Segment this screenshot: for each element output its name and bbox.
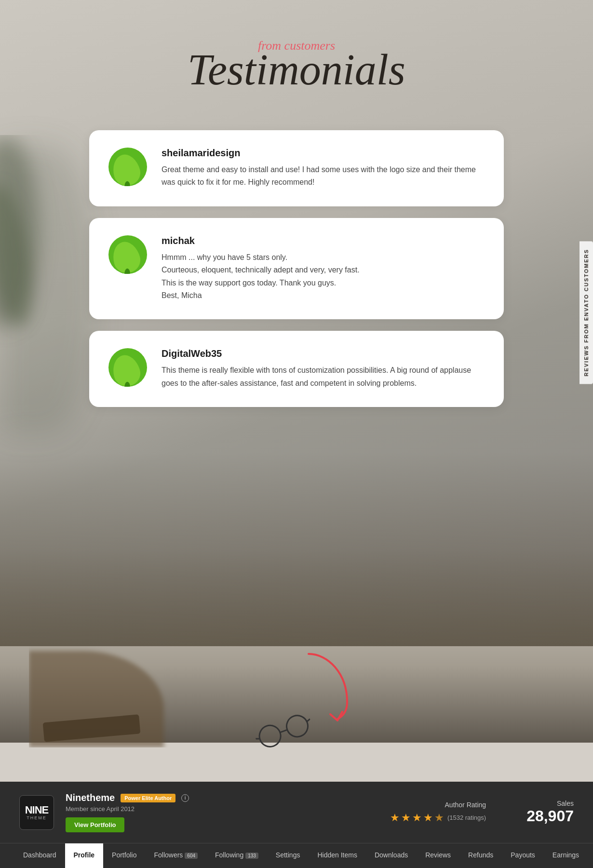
sales-count: 28,907 (526, 807, 574, 825)
star-1: ★ (390, 812, 400, 824)
author-logo: NINE THEME (19, 795, 54, 830)
review-text: This theme is really flexible with tons … (162, 364, 485, 390)
tab-earnings[interactable]: Earnings (544, 843, 588, 868)
view-portfolio-button[interactable]: View Portfolio (66, 817, 124, 832)
reviews-container: sheilamaridesign Great theme and easy to… (89, 121, 504, 446)
avatar (108, 148, 147, 186)
avatar (108, 348, 147, 387)
ratings-count: (1532 ratings) (447, 814, 486, 821)
tab-statements[interactable]: Statements (588, 843, 593, 868)
review-content: DigitalWeb35 This theme is really flexib… (162, 348, 485, 390)
star-4: ★ (423, 812, 433, 824)
avatar (108, 235, 147, 274)
sales-label: Sales (557, 800, 574, 807)
footer-bar: NINE THEME Ninetheme Power Elite Author … (0, 782, 593, 868)
info-icon[interactable]: i (181, 794, 189, 802)
logo-theme-text: THEME (27, 815, 47, 820)
sales-section: Sales 28,907 (526, 800, 574, 825)
tab-following[interactable]: Following133 (206, 843, 267, 868)
tab-payouts[interactable]: Payouts (502, 843, 544, 868)
review-content: sheilamaridesign Great theme and easy to… (162, 148, 485, 189)
tab-settings[interactable]: Settings (267, 843, 309, 868)
nav-tabs: Dashboard Profile Portfolio Followers604… (0, 843, 593, 868)
review-card: michak Hmmm ... why you have 5 stars onl… (89, 218, 504, 320)
author-details: Ninetheme Power Elite Author i Member si… (66, 792, 378, 832)
reviewer-name: michak (162, 235, 485, 246)
star-3: ★ (412, 812, 422, 824)
rating-label: Author Rating (445, 801, 486, 809)
author-name-row: Ninetheme Power Elite Author i (66, 792, 378, 803)
member-since: Member since April 2012 (66, 805, 378, 813)
author-name: Ninetheme (66, 792, 115, 803)
testimonials-header: from customers Testimonials (188, 0, 405, 92)
stars-row: ★ ★ ★ ★ ★ (1532 ratings) (390, 812, 486, 824)
tab-dashboard[interactable]: Dashboard (14, 843, 65, 868)
review-text: Great theme and easy to install and use!… (162, 163, 485, 189)
reviewer-name: sheilamaridesign (162, 148, 485, 159)
svg-line-4 (306, 719, 310, 722)
main-title: Testimonials (188, 48, 405, 92)
tab-hidden-items[interactable]: Hidden Items (309, 843, 365, 868)
review-text: Hmmm ... why you have 5 stars only. Cour… (162, 251, 485, 302)
tab-profile[interactable]: Profile (65, 843, 104, 868)
tab-downloads[interactable]: Downloads (366, 843, 417, 868)
review-content: michak Hmmm ... why you have 5 stars onl… (162, 235, 485, 302)
tab-followers[interactable]: Followers604 (145, 843, 206, 868)
tab-refunds[interactable]: Refunds (459, 843, 502, 868)
elite-badge: Power Elite Author (121, 794, 175, 802)
svg-point-0 (256, 722, 283, 749)
svg-point-1 (283, 713, 310, 740)
logo-nine-text: NINE (25, 805, 49, 815)
tab-portfolio[interactable]: Portfolio (103, 843, 145, 868)
reviewer-name: DigitalWeb35 (162, 348, 485, 359)
star-2: ★ (401, 812, 411, 824)
side-label: REVIEWS FROM ENVATO CUSTOMERS (580, 241, 593, 384)
review-card: sheilamaridesign Great theme and easy to… (89, 130, 504, 206)
svg-line-2 (280, 730, 287, 732)
star-5: ★ (434, 812, 444, 824)
author-rating-section: Author Rating ★ ★ ★ ★ ★ (1532 ratings) (390, 801, 486, 824)
review-card: DigitalWeb35 This theme is really flexib… (89, 331, 504, 407)
author-info-bar: NINE THEME Ninetheme Power Elite Author … (0, 782, 593, 843)
tab-reviews[interactable]: Reviews (417, 843, 459, 868)
